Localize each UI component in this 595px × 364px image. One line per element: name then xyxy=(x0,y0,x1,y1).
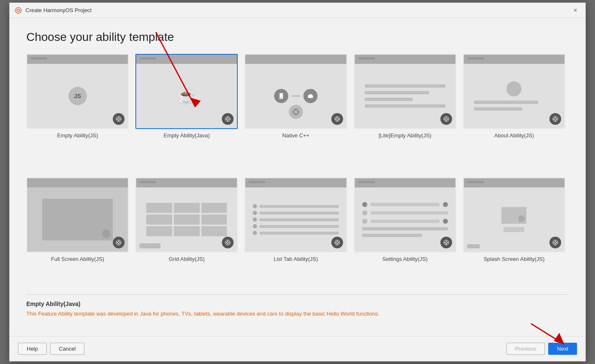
js-icon: JS xyxy=(69,87,87,105)
dialog: Create HarmonyOS Project × Choose your a… xyxy=(9,3,586,361)
svg-point-24 xyxy=(336,117,338,119)
template-card-full-screen-ability-js[interactable]: Full Screen Ability(JS) xyxy=(26,177,129,294)
template-card-settings-ability-js[interactable]: Settings Ability(JS) xyxy=(354,177,456,294)
svg-point-3 xyxy=(118,117,120,119)
mock-dot xyxy=(35,182,37,184)
svg-point-58 xyxy=(553,242,554,243)
svg-point-7 xyxy=(226,119,227,120)
template-preview-native-cpp[interactable] xyxy=(244,54,347,129)
grid-mock xyxy=(146,203,227,236)
svg-point-44 xyxy=(227,241,229,242)
previous-button[interactable]: Previous xyxy=(506,343,545,355)
template-preview-splash-screen-ability-js[interactable] xyxy=(463,177,565,253)
svg-point-60 xyxy=(556,242,557,243)
badge-fullscreen xyxy=(113,237,125,248)
splash-mock xyxy=(501,207,526,232)
template-label-settings-ability-js: Settings Ability(JS) xyxy=(382,256,427,262)
template-preview-full-screen-ability-js[interactable] xyxy=(26,177,129,253)
template-card-grid-ability-js[interactable]: Grid Ability(JS) xyxy=(135,177,238,294)
grid-cell xyxy=(146,215,172,225)
description-title: Empty Ability(Java) xyxy=(26,301,569,307)
template-label-empty-ability-java: Empty Ability(Java) xyxy=(164,132,210,139)
grid-cell xyxy=(201,203,227,213)
svg-point-18 xyxy=(293,111,295,113)
car-icon xyxy=(303,89,318,103)
settings-line xyxy=(371,211,448,215)
grid-cell xyxy=(201,215,227,225)
mock-header-cpp xyxy=(245,55,346,64)
mock-line xyxy=(365,84,445,88)
footer: Help Cancel Previous Next xyxy=(10,336,585,361)
svg-point-8 xyxy=(227,117,229,119)
mock-lines-about xyxy=(474,101,554,111)
list-line xyxy=(259,205,338,208)
template-card-empty-ability-js[interactable]: JS Empty Ability(JS) xyxy=(26,54,129,171)
mock-dot xyxy=(31,182,33,184)
splash-img-inner xyxy=(518,215,525,222)
badge-cpp xyxy=(331,113,343,125)
harmony-logo-icon xyxy=(15,7,22,14)
close-button[interactable]: × xyxy=(570,5,580,15)
svg-point-53 xyxy=(444,242,445,243)
mock-header-lite xyxy=(355,55,455,64)
mock-header-line-grid xyxy=(140,181,156,183)
templates-grid: JS Empty Ability(JS) ☕ xyxy=(26,54,569,294)
svg-point-35 xyxy=(556,119,557,120)
template-preview-about-ability-js[interactable] xyxy=(463,54,565,129)
main-content: Choose your ability template JS Empty Ab… xyxy=(10,18,585,336)
list-line xyxy=(259,218,338,221)
list-row xyxy=(253,211,338,215)
template-card-splash-screen-ability-js[interactable]: Splash Screen Ability(JS) xyxy=(463,177,565,294)
list-dot xyxy=(253,211,257,215)
template-card-list-tab-ability-js[interactable]: List Tab Ability(JS) xyxy=(244,177,347,294)
svg-point-29 xyxy=(445,117,447,119)
svg-point-34 xyxy=(554,117,556,119)
svg-point-28 xyxy=(444,119,445,120)
template-card-native-cpp[interactable]: Native C++ xyxy=(244,54,347,171)
template-preview-empty-ability-js[interactable]: JS xyxy=(26,54,129,129)
svg-point-46 xyxy=(227,243,229,245)
template-preview-settings-ability-js[interactable] xyxy=(354,177,456,253)
template-preview-lite-empty-ability-js[interactable] xyxy=(354,54,456,129)
svg-point-20 xyxy=(297,111,298,113)
svg-point-51 xyxy=(336,243,338,245)
template-card-about-ability-js[interactable]: About Ability(JS) xyxy=(463,54,565,171)
settings-bottom-line xyxy=(362,227,448,230)
template-preview-empty-ability-java[interactable]: ☕ xyxy=(135,54,238,129)
svg-point-61 xyxy=(554,243,556,245)
svg-point-19 xyxy=(295,110,296,111)
list-mock xyxy=(253,204,338,235)
template-card-empty-ability-java[interactable]: ☕ Empty Ability(Java) xyxy=(135,54,238,171)
template-preview-grid-ability-js[interactable] xyxy=(135,177,238,253)
svg-point-36 xyxy=(554,120,556,121)
template-label-about-ability-js: About Ability(JS) xyxy=(494,132,534,139)
svg-point-26 xyxy=(336,120,338,121)
next-button[interactable]: Next xyxy=(548,343,577,355)
template-label-native-cpp: Native C++ xyxy=(282,132,309,139)
coffee-icon: ☕ xyxy=(177,87,196,105)
template-preview-list-tab-ability-js[interactable] xyxy=(244,177,347,253)
svg-point-25 xyxy=(338,119,339,120)
svg-point-15 xyxy=(308,98,310,99)
svg-point-45 xyxy=(229,242,230,243)
settings-line xyxy=(371,203,440,206)
grid-cell xyxy=(201,226,227,236)
list-line xyxy=(259,225,338,228)
cancel-button[interactable]: Cancel xyxy=(50,343,84,355)
mock-line xyxy=(365,98,413,101)
cpp-icons xyxy=(274,89,318,103)
template-label-splash-screen-ability-js: Splash Screen Ability(JS) xyxy=(483,256,544,262)
list-row xyxy=(253,204,338,208)
list-row xyxy=(253,217,338,222)
svg-point-43 xyxy=(226,242,227,243)
template-card-lite-empty-ability-js[interactable]: [Lite]Empty Ability(JS) xyxy=(354,54,456,171)
about-circle xyxy=(506,81,521,96)
mock-line xyxy=(474,101,538,104)
cpp-link xyxy=(292,96,300,96)
svg-point-56 xyxy=(445,243,447,245)
template-label-full-screen-ability-js: Full Screen Ability(JS) xyxy=(51,256,104,262)
template-label-grid-ability-js: Grid Ability(JS) xyxy=(169,256,205,262)
help-button[interactable]: Help xyxy=(18,343,47,355)
phone-icon xyxy=(274,89,288,103)
fs-img-corner xyxy=(102,230,110,238)
